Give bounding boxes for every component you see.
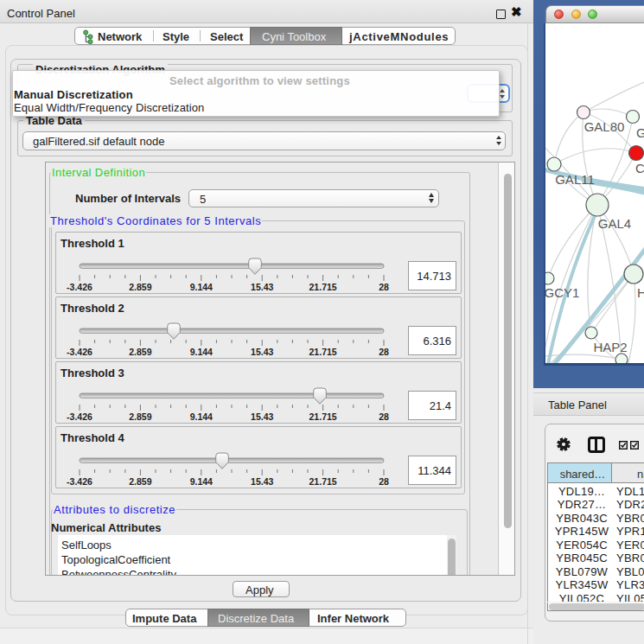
svg-text:28: 28 — [379, 347, 389, 357]
svg-text:15.43: 15.43 — [251, 347, 273, 357]
svg-text:9.144: 9.144 — [190, 476, 213, 487]
svg-text:GAL80: GAL80 — [584, 119, 625, 134]
svg-text:28: 28 — [379, 411, 389, 422]
svg-text:GCY1: GCY1 — [545, 285, 579, 300]
svg-text:GAL3: GAL3 — [636, 125, 644, 140]
svg-text:28: 28 — [379, 476, 389, 487]
svg-text:-3.426: -3.426 — [67, 476, 92, 487]
svg-text:28: 28 — [379, 282, 389, 292]
svg-text:2.859: 2.859 — [129, 347, 151, 357]
svg-text:21.715: 21.715 — [309, 411, 337, 422]
svg-text:-3.426: -3.426 — [67, 347, 92, 357]
svg-text:HAP2: HAP2 — [593, 340, 627, 354]
svg-text:GAL11: GAL11 — [555, 172, 595, 187]
svg-text:CYC8: CYC8 — [635, 161, 644, 175]
svg-text:9.144: 9.144 — [190, 282, 213, 292]
svg-text:2.859: 2.859 — [129, 411, 151, 422]
svg-text:15.43: 15.43 — [251, 282, 273, 292]
svg-text:9.144: 9.144 — [190, 411, 213, 422]
svg-text:21.715: 21.715 — [309, 282, 337, 292]
svg-text:-3.426: -3.426 — [67, 411, 92, 422]
svg-text:-3.426: -3.426 — [67, 282, 92, 292]
svg-text:2.859: 2.859 — [129, 476, 151, 487]
svg-text:15.43: 15.43 — [251, 476, 273, 487]
svg-text:2.859: 2.859 — [129, 282, 151, 292]
svg-text:9.144: 9.144 — [190, 347, 213, 357]
svg-text:15.43: 15.43 — [251, 411, 273, 422]
svg-text:21.715: 21.715 — [309, 347, 337, 357]
svg-text:21.715: 21.715 — [309, 476, 337, 487]
svg-text:GAL4: GAL4 — [598, 216, 631, 231]
svg-text:HIS4: HIS4 — [637, 285, 644, 300]
